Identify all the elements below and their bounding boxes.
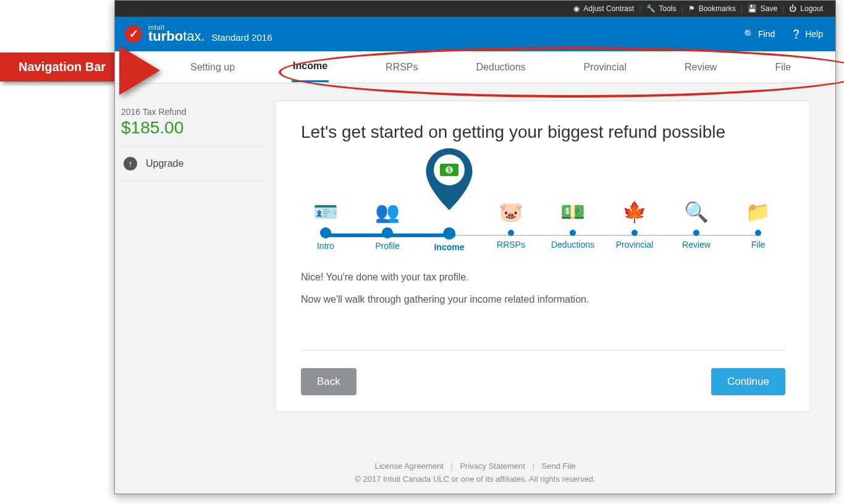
step-income[interactable]: $ Income <box>424 159 474 252</box>
brand-bar: ✓ intuit turbotax. Standard 2016 🔍 Find … <box>115 17 835 51</box>
back-button[interactable]: Back <box>301 368 357 395</box>
progress-tracker: 🪪 Intro 👥 Profile $ <box>301 159 785 258</box>
folder-check-icon: 📁 <box>746 200 770 224</box>
people-icon: 👥 <box>375 200 400 224</box>
save-label: Save <box>761 4 777 13</box>
app-window: ◉ Adjust Contrast | 🔧 Tools | ⚑ Bookmark… <box>114 0 836 494</box>
refund-label: 2016 Tax Refund <box>121 107 263 117</box>
upgrade-label: Upgrade <box>146 158 184 169</box>
help-icon: ❔ <box>791 29 801 39</box>
piggy-bank-icon: 🐷 <box>499 200 523 224</box>
adjust-contrast-button[interactable]: ◉ Adjust Contrast <box>568 4 639 13</box>
step-rrsps[interactable]: 🐷 RRSPs <box>486 159 536 250</box>
nav-item-income[interactable]: Income <box>292 52 329 82</box>
help-label: Help <box>805 29 823 39</box>
top-toolbar: ◉ Adjust Contrast | 🔧 Tools | ⚑ Bookmark… <box>115 1 835 17</box>
step-label: Deductions <box>548 240 597 250</box>
bookmarks-button[interactable]: ⚑ Bookmarks <box>683 4 741 13</box>
step-label: Income <box>424 242 474 252</box>
annotation-arrow-tip <box>119 46 160 95</box>
step-label: Provincial <box>610 240 659 250</box>
nav-item-review[interactable]: Review <box>683 53 718 82</box>
upgrade-arrow-icon: ↑ <box>124 157 137 170</box>
step-label: Review <box>672 240 721 250</box>
step-label: File <box>733 240 783 250</box>
find-label: Find <box>758 29 775 39</box>
search-icon: 🔍 <box>744 29 754 39</box>
main-card: Let's get started on getting your bigges… <box>276 101 811 412</box>
intro-text-1: Nice! You're done with your tax profile. <box>301 269 785 285</box>
nav-item-file[interactable]: File <box>774 53 792 82</box>
page-footer: License Agreement | Privacy Statement | … <box>115 461 835 484</box>
upgrade-button[interactable]: ↑ Upgrade <box>121 147 263 181</box>
continue-button[interactable]: Continue <box>711 368 785 395</box>
step-profile[interactable]: 👥 Profile <box>363 159 412 251</box>
canada-map-icon: 🍁 <box>622 200 647 224</box>
step-label: RRSPs <box>486 240 536 250</box>
find-button[interactable]: 🔍 Find <box>744 29 775 39</box>
step-file[interactable]: 📁 File <box>733 159 783 250</box>
id-card-icon: 🪪 <box>313 200 338 224</box>
logout-label: Logout <box>800 4 823 13</box>
tools-button[interactable]: 🔧 Tools <box>641 4 682 13</box>
cash-hand-icon: 💵 <box>560 200 585 224</box>
eye-icon: ◉ <box>573 4 580 13</box>
intro-text-2: Now we'll walk through gathering your in… <box>301 292 785 308</box>
step-label: Intro <box>301 241 350 251</box>
nav-item-deductions[interactable]: Deductions <box>475 53 527 82</box>
privacy-link[interactable]: Privacy Statement <box>455 461 530 471</box>
step-deductions[interactable]: 💵 Deductions <box>548 159 597 250</box>
logo-icon: ✓ <box>125 25 142 43</box>
sidebar: 2016 Tax Refund $185.00 ↑ Upgrade <box>115 101 276 412</box>
bookmarks-label: Bookmarks <box>699 4 736 13</box>
adjust-contrast-label: Adjust Contrast <box>583 4 634 13</box>
nav-bar: Setting up Income RRSPs Deductions Provi… <box>115 51 835 83</box>
annotation-arrow: Navigation Bar <box>0 52 117 82</box>
flag-icon: ⚑ <box>688 4 695 13</box>
svg-text:$: $ <box>447 167 451 174</box>
step-label: Profile <box>363 241 412 251</box>
location-pin-icon: $ <box>422 148 476 210</box>
nav-item-provincial[interactable]: Provincial <box>583 53 628 82</box>
tools-label: Tools <box>659 4 677 13</box>
save-icon: 💾 <box>748 4 757 13</box>
license-link[interactable]: License Agreement <box>370 461 449 471</box>
send-file-link[interactable]: Send File <box>537 461 581 471</box>
nav-item-setting-up[interactable]: Setting up <box>189 53 236 82</box>
step-provincial[interactable]: 🍁 Provincial <box>610 159 659 250</box>
product-name: turbotax. <box>148 28 205 44</box>
annotation-label: Navigation Bar <box>0 52 117 82</box>
page-heading: Let's get started on getting your bigges… <box>301 122 785 142</box>
refund-amount: $185.00 <box>121 118 263 138</box>
nav-item-rrsps[interactable]: RRSPs <box>384 53 419 82</box>
step-intro[interactable]: 🪪 Intro <box>301 159 350 251</box>
save-button[interactable]: 💾 Save <box>743 4 782 13</box>
logout-button[interactable]: ⏻ Logout <box>784 4 828 13</box>
edition-label: Standard 2016 <box>211 32 272 43</box>
magnifier-folder-icon: 🔍 <box>684 200 709 224</box>
step-review[interactable]: 🔍 Review <box>672 159 721 250</box>
copyright-text: © 2017 Intuit Canada ULC or one of its a… <box>115 474 835 484</box>
wrench-icon: 🔧 <box>646 4 656 13</box>
power-icon: ⏻ <box>789 4 796 13</box>
help-button[interactable]: ❔ Help <box>791 29 823 39</box>
